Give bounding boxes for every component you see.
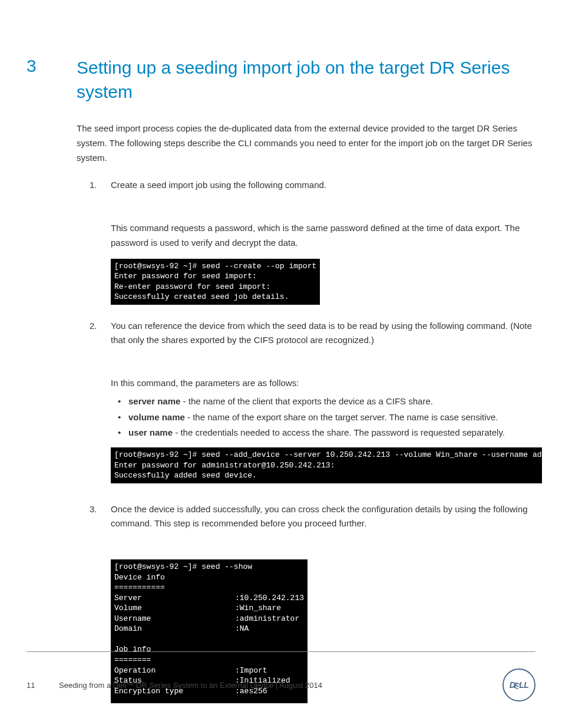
step-1: Create a seed import job using the follo… xyxy=(77,178,535,304)
row-val: :Win_share xyxy=(235,603,304,614)
param-label: user name xyxy=(128,427,173,437)
param-desc: - the credentials needed to access the s… xyxy=(173,427,505,437)
row-key: Username xyxy=(114,614,235,624)
footer-text: Seeding from a Dell™ DR Series System to… xyxy=(59,681,503,690)
param-user-name: user name - the credentials needed to ac… xyxy=(111,426,535,440)
terminal-block-2: [root@swsys-92 ~]# seed --add_device --s… xyxy=(111,447,542,483)
step-2-subtext: In this command, the parameters are as f… xyxy=(111,376,535,391)
step-2-lead: You can reference the device from which … xyxy=(111,321,532,345)
param-server-name: server name - the name of the client tha… xyxy=(111,394,535,409)
param-desc: - the name of the client that exports th… xyxy=(180,396,433,406)
row-val: :administrator xyxy=(235,614,304,624)
row-key: Volume xyxy=(114,603,235,614)
dell-logo-icon: DELL xyxy=(503,668,535,701)
intro-paragraph: The seed import process copies the de-du… xyxy=(77,121,535,165)
term-heading: Device info xyxy=(114,573,165,582)
step-1-lead: Create a seed import job using the follo… xyxy=(111,180,326,190)
steps-list: Create a seed import job using the follo… xyxy=(77,178,535,703)
step-3-lead: Once the device is added successfully, y… xyxy=(111,504,528,529)
row-key: Server xyxy=(114,593,235,604)
content-body: The seed import process copies the de-du… xyxy=(77,121,535,703)
step-1-subtext: This command requests a password, which … xyxy=(111,221,535,251)
step-2: You can reference the device from which … xyxy=(77,319,535,488)
page-footer: 11 Seeding from a Dell™ DR Series System… xyxy=(27,651,535,701)
device-info-table: Server:10.250.242.213Volume:Win_shareUse… xyxy=(114,593,304,634)
row-val: :10.250.242.213 xyxy=(235,593,304,604)
param-list: server name - the name of the client tha… xyxy=(111,394,535,440)
section-heading: 3 Setting up a seeding import job on the… xyxy=(27,56,535,104)
param-desc: - the name of the export share on the ta… xyxy=(185,412,498,422)
term-underline: =========== xyxy=(114,583,165,592)
section-title: Setting up a seeding import job on the t… xyxy=(77,56,535,104)
row-key: Domain xyxy=(114,624,235,634)
param-label: server name xyxy=(128,396,180,406)
page-number: 11 xyxy=(27,681,59,690)
section-number: 3 xyxy=(27,56,77,76)
terminal-block-1: [root@swsys-92 ~]# seed --create --op im… xyxy=(111,259,320,305)
term-cmd: [root@swsys-92 ~]# seed --show xyxy=(114,562,252,571)
param-label: volume name xyxy=(128,412,185,422)
param-volume-name: volume name - the name of the export sha… xyxy=(111,410,535,425)
row-val: :NA xyxy=(235,624,304,634)
